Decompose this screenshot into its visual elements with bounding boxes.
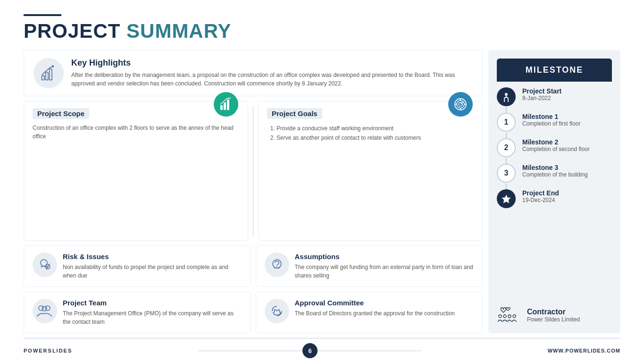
assumptions-body: The company will get funding from an ext… [295, 263, 474, 280]
project-scope-body: Construction of an office complex with 2… [33, 124, 239, 141]
bottom-row-2: Project Team The Project Management Offi… [24, 292, 483, 333]
scope-goals-row: Project Scope Construction of an office … [24, 101, 483, 241]
svg-point-24 [42, 306, 47, 311]
project-goals-card: Project Goals Provide a conducive staff … [258, 101, 483, 241]
left-panel: Key Highlights After the deliberation by… [24, 50, 483, 333]
milestone-2-label: Milestone 2 [522, 138, 590, 146]
contractor-icon [497, 306, 520, 325]
approval-icon-circle [265, 299, 289, 323]
milestone-3-label: Milestone 3 [522, 164, 588, 171]
milestone-1-text: Milestone 1 Completion of first floor [522, 113, 580, 127]
project-scope-card: Project Scope Construction of an office … [24, 101, 248, 241]
milestone-2-text: Milestone 2 Completion of second floor [522, 138, 590, 152]
milestone-header: MILESTONE [497, 59, 612, 82]
milestone-start-date: 8-Jan-2022 [522, 95, 561, 101]
milestone-end-date: 19-Dec-2024 [522, 197, 559, 203]
key-highlights-body: After the deliberation by the management… [71, 71, 473, 88]
footer-center: 6 [199, 343, 421, 358]
team-title: Project Team [63, 299, 242, 307]
milestone-start-label: Project Start [522, 87, 561, 95]
milestone-badge-2: 2 [497, 138, 516, 157]
svg-rect-6 [227, 100, 229, 110]
team-icon-circle [33, 299, 57, 323]
svg-marker-27 [502, 195, 510, 203]
svg-line-15 [460, 101, 463, 104]
project-goals-title: Project Goals [267, 108, 322, 119]
svg-point-29 [503, 315, 506, 318]
approval-content: Approval Committee The Board of Director… [295, 299, 455, 318]
svg-rect-5 [224, 102, 226, 110]
title-project: PROJECT [24, 20, 126, 42]
team-content: Project Team The Project Management Offi… [63, 299, 242, 326]
svg-rect-4 [220, 105, 223, 110]
svg-point-25 [505, 93, 508, 96]
contractor-info: Contractor Power Slides Limited [527, 308, 580, 323]
vertical-divider [253, 106, 253, 236]
svg-rect-0 [42, 76, 44, 80]
title-summary: SUMMARY [126, 20, 231, 42]
svg-rect-1 [46, 72, 48, 80]
milestone-start: Project Start 8-Jan-2022 [497, 87, 612, 106]
key-highlights-title: Key Highlights [71, 58, 473, 68]
risk-issues-card: Risk & Issues Non availability of funds … [24, 245, 251, 287]
risk-body: Non availability of funds to propel the … [63, 263, 242, 280]
svg-point-31 [513, 315, 516, 318]
milestone-end-text: Project End 19-Dec-2024 [522, 189, 559, 203]
main-content: Key Highlights After the deliberation by… [24, 50, 620, 333]
milestone-1-label: Milestone 1 [522, 113, 580, 120]
key-highlights-card: Key Highlights After the deliberation by… [24, 50, 483, 96]
milestone-start-text: Project Start 8-Jan-2022 [522, 87, 561, 101]
assumptions-card: Assumptions The company will get funding… [256, 245, 483, 287]
contractor-row: Contractor Power Slides Limited [488, 301, 620, 333]
assumptions-content: Assumptions The company will get funding… [295, 253, 474, 280]
project-goals-list: Provide a conducive staff working enviro… [267, 124, 474, 143]
scope-floating-icon [214, 92, 238, 117]
assumptions-title: Assumptions [295, 253, 474, 261]
goal-item-2: Serve as another point of contact to rel… [276, 133, 474, 143]
header-line [24, 14, 61, 16]
right-panel: MILESTONE Project Start 8-Jan-2022 [488, 50, 620, 333]
contractor-name: Power Slides Limited [527, 316, 580, 323]
milestone-list: Project Start 8-Jan-2022 1 Milestone 1 C… [488, 82, 620, 301]
approval-card: Approval Committee The Board of Director… [256, 292, 483, 333]
milestone-3: 3 Milestone 3 Completion of the building [497, 164, 612, 183]
bottom-row: Risk & Issues Non availability of funds … [24, 245, 483, 287]
footer-line-left [199, 351, 302, 351]
svg-point-3 [52, 65, 54, 67]
milestone-2: 2 Milestone 2 Completion of second floor [497, 138, 612, 157]
risk-icon-circle [33, 253, 57, 277]
milestone-2-date: Completion of second floor [522, 146, 590, 152]
footer-page-badge: 6 [302, 343, 318, 358]
milestone-badge-end [497, 189, 516, 208]
footer: POWERSLIDES 6 WWW.POWERLIDES.COM [24, 338, 620, 362]
footer-right: WWW.POWERLIDES.COM [548, 348, 620, 354]
approval-body: The Board of Directors granted the appro… [295, 309, 455, 318]
key-highlights-content: Key Highlights After the deliberation by… [71, 58, 473, 88]
goals-floating-icon [448, 92, 473, 117]
project-scope-title: Project Scope [33, 108, 89, 119]
svg-point-7 [229, 98, 231, 99]
team-body: The Project Management Office (PMO) of t… [63, 309, 242, 326]
milestone-3-date: Completion of the building [522, 171, 588, 178]
risk-title: Risk & Issues [63, 253, 242, 261]
milestone-end: Project End 19-Dec-2024 [497, 189, 612, 208]
approval-title: Approval Committee [295, 299, 455, 307]
milestone-badge-3: 3 [497, 164, 516, 183]
milestone-1: 1 Milestone 1 Completion of first floor [497, 113, 612, 132]
project-team-card: Project Team The Project Management Offi… [24, 292, 251, 333]
page-title: PROJECT SUMMARY [24, 20, 620, 42]
footer-left: POWERSLIDES [24, 348, 72, 354]
milestone-badge-1: 1 [497, 113, 516, 132]
milestone-badge-start [497, 87, 516, 106]
footer-line-right [318, 351, 421, 351]
contractor-label: Contractor [527, 308, 580, 316]
svg-point-28 [499, 315, 502, 318]
key-highlights-icon [33, 58, 64, 88]
svg-point-30 [508, 315, 511, 318]
assumptions-icon-circle [265, 253, 289, 277]
goal-item-1: Provide a conducive staff working enviro… [276, 124, 474, 133]
milestone-end-label: Project End [522, 189, 559, 197]
milestone-3-text: Milestone 3 Completion of the building [522, 164, 588, 178]
svg-point-21 [276, 266, 277, 267]
milestone-1-date: Completion of first floor [522, 120, 580, 127]
